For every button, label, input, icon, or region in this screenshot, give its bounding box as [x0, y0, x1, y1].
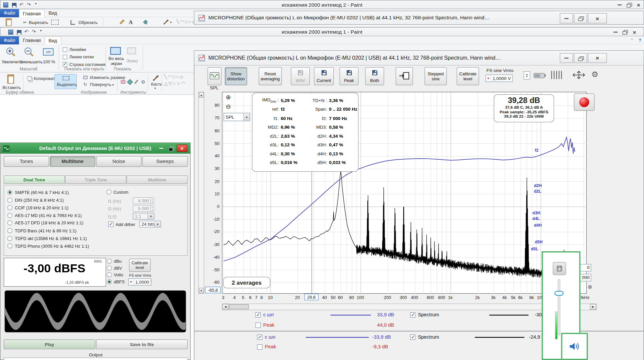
- text-tool-icon[interactable]: A: [129, 19, 133, 26]
- save-to-file-button[interactable]: Save to file: [96, 339, 188, 349]
- select-icon[interactable]: [50, 19, 59, 26]
- reset-averaging-button[interactable]: Reset averaging: [259, 67, 282, 85]
- tab-view[interactable]: Вид: [45, 36, 61, 45]
- brushes-dropdown-icon[interactable]: ▾: [154, 86, 156, 90]
- minimize-button[interactable]: [615, 1, 624, 8]
- dropdown-arrow-icon[interactable]: ▼: [129, 279, 134, 285]
- restore-button[interactable]: [167, 145, 175, 152]
- subtab-triple-tone[interactable]: Triple Tone: [65, 175, 126, 184]
- zoom-plus-icon[interactable]: ⊕: [587, 284, 593, 289]
- level-meter-icon[interactable]: [534, 72, 547, 79]
- tab-home[interactable]: Главная: [19, 9, 45, 17]
- cut-label[interactable]: ✂: [23, 20, 27, 25]
- preset-option[interactable]: TDFD akl (13586 Hz & 19841 Hz 1:1): [7, 235, 87, 242]
- brush-dropdown-icon[interactable]: ▾: [170, 21, 172, 24]
- preset-option[interactable]: AES-17 DFD (18 kHz & 20 kHz 1:1): [7, 219, 83, 227]
- import-button[interactable]: [396, 67, 413, 85]
- output-device-combo[interactable]: [4, 358, 188, 360]
- statusbar-label[interactable]: Строка состояния: [69, 62, 105, 67]
- close-button[interactable]: ×: [629, 28, 640, 36]
- copy-label[interactable]: Копировать: [34, 76, 57, 81]
- rulers-checkbox[interactable]: [63, 47, 67, 52]
- show-distortion-button[interactable]: Show distortion: [225, 67, 247, 85]
- zoom-out-icon[interactable]: [23, 46, 35, 58]
- tab-multitone[interactable]: Multitone: [50, 156, 95, 167]
- fs-vrms-combo[interactable]: ▼1,0000 V: [128, 278, 151, 285]
- legend-checkbox[interactable]: [257, 344, 262, 350]
- preset-option[interactable]: CCIF (19 kHz & 20 kHz 1:1): [7, 204, 68, 211]
- audio-device-icon[interactable]: [553, 262, 566, 275]
- subtab-multitone[interactable]: Multitone: [127, 175, 188, 184]
- preset-option[interactable]: TDFD Phono (3005 Hz & 4462 Hz 1:1): [7, 242, 89, 250]
- zoom-100-icon[interactable]: 100: [42, 47, 54, 57]
- scrollbar-thumb[interactable]: [229, 304, 249, 309]
- minimize-button[interactable]: [611, 28, 620, 36]
- statusbar-checkbox[interactable]: [63, 62, 67, 67]
- scroll-left-icon[interactable]: ◀: [222, 304, 229, 310]
- copy-icon[interactable]: [26, 75, 32, 81]
- zoom-out-label[interactable]: Уменьшить: [20, 59, 42, 64]
- preset-option[interactable]: SMPTE (60 Hz & 7 kHz 4:1): [7, 189, 69, 196]
- tab-home[interactable]: Главная: [19, 36, 45, 45]
- rotate-icon[interactable]: ↻: [82, 82, 88, 87]
- paste-label[interactable]: Вставить: [2, 85, 21, 90]
- eraser-icon[interactable]: [120, 79, 126, 84]
- preset-option[interactable]: DIN (250 Hz & 8 kHz 4:1): [7, 196, 64, 204]
- gridlines-checkbox[interactable]: [63, 55, 67, 59]
- scroll-down-icon[interactable]: ▼: [199, 288, 204, 293]
- resize-label[interactable]: Изменить размер: [90, 75, 125, 80]
- dropdown-arrow-icon[interactable]: ▼: [486, 75, 491, 82]
- tab-view[interactable]: Вид: [45, 9, 61, 17]
- resize-icon[interactable]: [82, 75, 88, 80]
- restore-button[interactable]: [620, 28, 629, 36]
- unit-option-dbfs[interactable]: dBFS: [107, 279, 124, 284]
- gridlines-label[interactable]: Линии сетки: [69, 54, 94, 59]
- scroll-right-icon[interactable]: ▶: [590, 304, 596, 310]
- calibrate-level-button[interactable]: Calibrate level: [129, 259, 150, 272]
- paste-icon[interactable]: [4, 18, 13, 26]
- zoom-100-label[interactable]: 100 %: [43, 59, 55, 64]
- restore-button[interactable]: [624, 1, 633, 8]
- zoom-in-plot-icon[interactable]: ⊕: [225, 94, 232, 101]
- scroll-up-icon[interactable]: ▲: [199, 92, 204, 98]
- save-current-button[interactable]: Current: [314, 67, 334, 85]
- restore-button[interactable]: [574, 13, 587, 24]
- rotate-dropdown-icon[interactable]: ▾: [112, 83, 114, 87]
- zoom-in-label[interactable]: Увеличить: [2, 59, 23, 64]
- rulers-label[interactable]: Линейки: [69, 47, 86, 52]
- paste-icon[interactable]: [6, 74, 16, 84]
- legend-checkbox[interactable]: [255, 323, 261, 328]
- legend-checkbox[interactable]: [255, 312, 261, 318]
- fullscreen-icon[interactable]: [110, 46, 121, 56]
- add-dither-checkbox[interactable]: [108, 222, 113, 227]
- zoom-in-icon[interactable]: [5, 46, 17, 58]
- spl-combo[interactable]: SPL ▼: [224, 113, 250, 121]
- shapes-strip[interactable]: ╲◠□○◇: [177, 19, 196, 25]
- volume-slider-thumb[interactable]: [555, 291, 564, 296]
- oscilloscope-button[interactable]: [208, 67, 222, 85]
- legend-checkbox[interactable]: [410, 334, 415, 340]
- dither-bits-combo[interactable]: 24 bits▼: [139, 221, 161, 227]
- gear-icon[interactable]: ⚙: [590, 69, 600, 79]
- preset-option[interactable]: AES-17 MD (41 Hz & 7993 Hz 4:1): [7, 212, 82, 219]
- shapes-grid-row1[interactable]: ╲◠□○◇: [164, 74, 184, 79]
- shapes-grid-row2[interactable]: △▽○☆◠: [164, 81, 186, 86]
- tab-noise[interactable]: Noise: [96, 156, 141, 167]
- h-scrollbar[interactable]: ◀ ▶: [222, 304, 597, 310]
- tab-tones[interactable]: Tones: [4, 156, 49, 167]
- select-button[interactable]: Выделить: [54, 74, 77, 89]
- bars-view-icon[interactable]: [550, 70, 563, 80]
- fill-icon[interactable]: [142, 19, 148, 25]
- brushes-label[interactable]: Кисти: [151, 82, 163, 87]
- font-stepper[interactable]: ▲▼: [524, 71, 530, 80]
- brushes-icon[interactable]: [151, 74, 160, 81]
- close-button[interactable]: ×: [633, 1, 644, 8]
- dropdown-arrow-icon[interactable]: ▼: [154, 221, 160, 227]
- legend-checkbox[interactable]: [410, 312, 415, 318]
- rotate-label[interactable]: Повернуть: [90, 82, 111, 87]
- help-icon[interactable]: ?: [639, 37, 641, 42]
- color-picker-icon[interactable]: [134, 79, 139, 84]
- brush-icon[interactable]: [163, 19, 169, 25]
- crop-text[interactable]: Обрезать: [78, 20, 97, 25]
- stepped-sine-button[interactable]: Stepped sine: [424, 67, 447, 85]
